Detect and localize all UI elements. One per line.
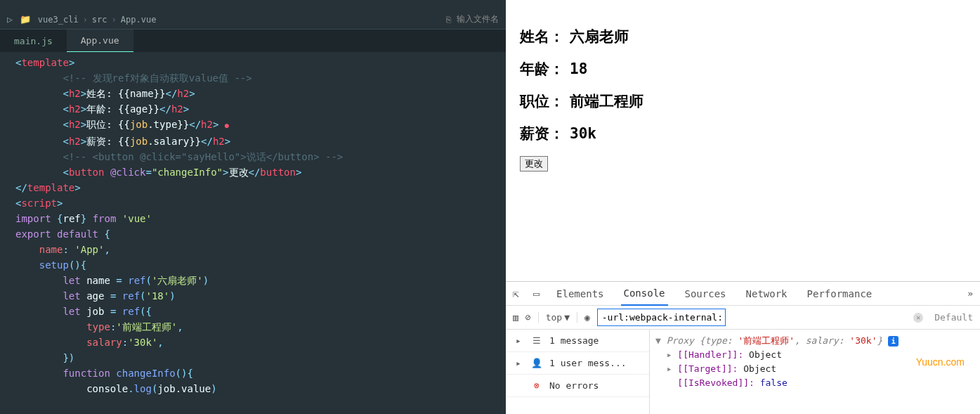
search-icon[interactable]: ⎘ (446, 15, 451, 25)
chevron-right-icon: › (112, 15, 117, 25)
browser-chrome (506, 0, 980, 7)
clear-console-icon[interactable]: ⊘ (525, 312, 531, 323)
folder-icon[interactable]: 📁 (20, 14, 31, 25)
console-line[interactable]: [[IsRevoked]]: false (655, 376, 974, 390)
devtools: ⇱ ▭ Elements Console Sources Network Per… (506, 281, 980, 414)
sidebar-messages[interactable]: ▸☰1 message (506, 330, 649, 352)
console-sidebar: ▸☰1 message ▸👤1 user mess... ⊗No errors (506, 330, 650, 414)
log-levels[interactable]: Default (934, 312, 973, 323)
sidebar-toggle-icon[interactable]: ▥ (513, 312, 518, 323)
chevron-right-icon: ▸ (513, 335, 524, 346)
tab-elements[interactable]: Elements (554, 283, 606, 305)
browser-pane: 姓名：六扇老师 年龄：18 职位：前端工程师 薪资：30k 更改 ⇱ ▭ Ele… (506, 0, 980, 414)
run-icon[interactable]: ▷ (7, 14, 13, 25)
console-filter-input[interactable] (597, 309, 726, 326)
user-icon: 👤 (531, 358, 542, 368)
error-icon: ⊗ (531, 380, 542, 391)
ide-toolbar: ▷ 📁 vue3_cli › src › App.vue ⎘ 输入文件名 (0, 10, 506, 30)
ide-pane: ▷ 📁 vue3_cli › src › App.vue ⎘ 输入文件名 mai… (0, 0, 506, 414)
list-icon: ☰ (531, 335, 542, 346)
change-button[interactable]: 更改 (520, 156, 548, 172)
page-salary-heading: 薪资：30k (520, 124, 966, 143)
ide-menubar (0, 0, 506, 10)
breadcrumb-item[interactable]: App.vue (121, 15, 157, 25)
console-line[interactable]: ▼ Proxy {type: '前端工程师', salary: '30k'} i (655, 334, 974, 348)
file-search-placeholder[interactable]: 输入文件名 (457, 13, 499, 25)
devtools-body: ▸☰1 message ▸👤1 user mess... ⊗No errors … (506, 330, 980, 414)
sidebar-user-messages[interactable]: ▸👤1 user mess... (506, 352, 649, 375)
watermark: Yuucn.com (916, 356, 965, 368)
tab-performance[interactable]: Performance (804, 283, 875, 305)
tab-console[interactable]: Console (621, 282, 668, 306)
tab-sources[interactable]: Sources (682, 283, 729, 305)
console-filter-bar: ▥ ⊘ top ▼ ◉ ✕ Default (506, 306, 980, 330)
sidebar-errors[interactable]: ⊗No errors (506, 375, 649, 397)
console-output[interactable]: Yuucn.com ▼ Proxy {type: '前端工程师', salary… (650, 330, 980, 414)
info-badge-icon[interactable]: i (888, 336, 899, 347)
breadcrumb-item[interactable]: src (92, 15, 107, 25)
page-name-heading: 姓名：六扇老师 (520, 27, 966, 46)
code-editor[interactable]: <template> <!-- 发现ref对象自动获取value值 --> <h… (0, 52, 506, 414)
devtools-tabs: ⇱ ▭ Elements Console Sources Network Per… (506, 282, 980, 306)
tab-appvue[interactable]: App.vue (67, 30, 133, 52)
tab-mainjs[interactable]: main.js (0, 30, 67, 52)
page-age-heading: 年龄：18 (520, 59, 966, 79)
device-icon[interactable]: ▭ (533, 287, 540, 300)
page-job-heading: 职位：前端工程师 (520, 91, 966, 111)
breadcrumb[interactable]: vue3_cli › src › App.vue (38, 15, 157, 25)
chevron-right-icon: › (83, 15, 88, 25)
context-selector[interactable]: top ▼ (538, 312, 577, 323)
chevron-right-icon: ▸ (513, 358, 524, 368)
tab-network[interactable]: Network (743, 283, 790, 305)
inspect-icon[interactable]: ⇱ (513, 287, 519, 300)
chevron-down-icon: ▼ (564, 312, 570, 323)
eye-icon[interactable]: ◉ (584, 312, 590, 323)
breadcrumb-item[interactable]: vue3_cli (38, 15, 79, 25)
more-tabs-icon[interactable]: » (967, 288, 973, 299)
editor-tabs: main.js App.vue (0, 30, 506, 52)
clear-input-icon[interactable]: ✕ (913, 313, 923, 323)
rendered-page: 姓名：六扇老师 年龄：18 职位：前端工程师 薪资：30k 更改 (506, 7, 980, 281)
